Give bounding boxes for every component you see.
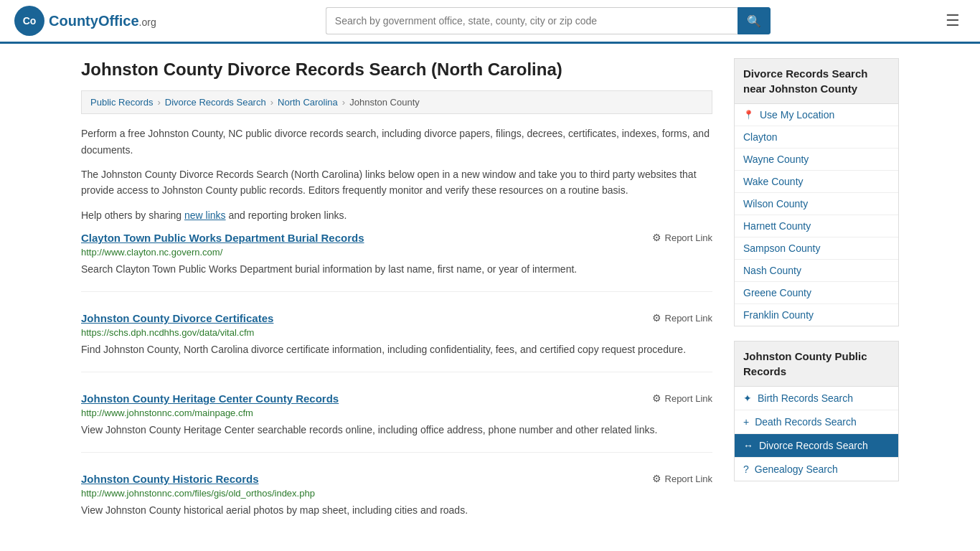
- description-2: The Johnston County Divorce Records Sear…: [81, 166, 712, 199]
- search-input[interactable]: [326, 7, 738, 34]
- public-records-list: ✦ Birth Records Search + Death Records S…: [734, 387, 899, 481]
- nearby-header: Divorce Records Search near Johnston Cou…: [734, 58, 899, 104]
- breadcrumb-sep-3: ›: [342, 97, 345, 108]
- nearby-link-9[interactable]: Franklin County: [743, 309, 814, 321]
- public-records-header: Johnston County Public Records: [734, 341, 899, 387]
- result-desc-3: View Johnston County historical aerial p…: [81, 503, 712, 518]
- report-icon: ⚙: [652, 392, 661, 404]
- result-item: Johnston County Divorce Certificates ⚙ R…: [81, 312, 712, 372]
- breadcrumb-sep-1: ›: [157, 97, 160, 108]
- nearby-link-1[interactable]: Clayton: [743, 131, 777, 143]
- nearby-link-4[interactable]: Wilson County: [743, 198, 808, 209]
- nearby-link-3[interactable]: Wake County: [743, 176, 804, 187]
- result-url-2[interactable]: http://www.johnstonnc.com/mainpage.cfm: [81, 408, 712, 418]
- report-icon: ⚙: [652, 473, 661, 484]
- results-list: Clayton Town Public Works Department Bur…: [81, 232, 712, 532]
- nearby-link-8[interactable]: Greene County: [743, 287, 811, 298]
- report-label: Report Link: [665, 232, 712, 243]
- nearby-link-5[interactable]: Harnett County: [743, 220, 811, 232]
- public-records-item-2[interactable]: ↔ Divorce Records Search: [735, 434, 898, 458]
- nearby-item-1[interactable]: Clayton: [735, 126, 898, 149]
- nearby-item-2[interactable]: Wayne County: [735, 149, 898, 171]
- search-area: 🔍: [326, 7, 771, 34]
- public-records-item-1[interactable]: + Death Records Search: [735, 410, 898, 434]
- description-1: Perform a free Johnston County, NC publi…: [81, 126, 712, 158]
- new-links-link[interactable]: new links: [184, 209, 226, 221]
- header: Co CountyOffice.org 🔍 ☰: [0, 0, 980, 44]
- breadcrumb-sep-2: ›: [270, 97, 273, 108]
- logo-text: CountyOffice.org: [49, 13, 156, 29]
- breadcrumb-public-records[interactable]: Public Records: [90, 97, 153, 108]
- breadcrumb-current: Johnston County: [349, 97, 420, 108]
- public-records-icon-3: ?: [743, 463, 749, 475]
- report-label: Report Link: [665, 474, 712, 484]
- report-link-2[interactable]: ⚙ Report Link: [652, 392, 712, 404]
- nearby-item-7[interactable]: Nash County: [735, 260, 898, 282]
- report-link-1[interactable]: ⚙ Report Link: [652, 312, 712, 324]
- nearby-link-0[interactable]: Use My Location: [760, 109, 834, 121]
- nearby-item-5[interactable]: Harnett County: [735, 215, 898, 237]
- nearby-item-4[interactable]: Wilson County: [735, 193, 898, 215]
- result-url-1[interactable]: https://schs.dph.ncdhhs.gov/data/vital.c…: [81, 327, 712, 338]
- nearby-item-0[interactable]: 📍Use My Location: [735, 104, 898, 126]
- nearby-item-3[interactable]: Wake County: [735, 171, 898, 193]
- result-title-1[interactable]: Johnston County Divorce Certificates: [81, 312, 273, 324]
- nearby-item-8[interactable]: Greene County: [735, 282, 898, 304]
- result-header: Clayton Town Public Works Department Bur…: [81, 232, 712, 244]
- logo-area: Co CountyOffice.org: [14, 6, 156, 36]
- svg-text:Co: Co: [23, 15, 37, 27]
- public-records-label-0: Birth Records Search: [758, 392, 853, 404]
- breadcrumb: Public Records › Divorce Records Search …: [81, 90, 712, 114]
- report-icon: ⚙: [652, 312, 661, 324]
- report-link-3[interactable]: ⚙ Report Link: [652, 473, 712, 484]
- public-records-icon-2: ↔: [743, 440, 753, 451]
- result-header: Johnston County Historic Records ⚙ Repor…: [81, 473, 712, 485]
- nearby-section: Divorce Records Search near Johnston Cou…: [734, 58, 899, 326]
- result-desc-1: Find Johnston County, North Carolina div…: [81, 342, 712, 357]
- public-records-label-2: Divorce Records Search: [759, 440, 868, 451]
- logo-icon: Co: [14, 6, 44, 36]
- nearby-item-9[interactable]: Franklin County: [735, 304, 898, 326]
- result-title-3[interactable]: Johnston County Historic Records: [81, 473, 259, 485]
- nearby-list: 📍Use My LocationClaytonWayne CountyWake …: [734, 104, 899, 326]
- page-title: Johnston County Divorce Records Search (…: [81, 58, 712, 80]
- result-header: Johnston County Divorce Certificates ⚙ R…: [81, 312, 712, 324]
- nearby-link-2[interactable]: Wayne County: [743, 154, 809, 165]
- result-item: Clayton Town Public Works Department Bur…: [81, 232, 712, 292]
- report-link-0[interactable]: ⚙ Report Link: [652, 232, 712, 243]
- result-title-2[interactable]: Johnston County Heritage Center County R…: [81, 392, 339, 405]
- report-label: Report Link: [665, 393, 712, 404]
- result-desc-2: View Johnston County Heritage Center sea…: [81, 423, 712, 438]
- nearby-item-6[interactable]: Sampson County: [735, 237, 898, 260]
- nearby-link-6[interactable]: Sampson County: [743, 242, 820, 254]
- main-container: Johnston County Divorce Records Search (…: [67, 44, 913, 551]
- nearby-link-7[interactable]: Nash County: [743, 265, 801, 276]
- result-url-3[interactable]: http://www.johnstonnc.com/files/gis/old_…: [81, 488, 712, 499]
- menu-button[interactable]: ☰: [940, 9, 966, 33]
- report-label: Report Link: [665, 313, 712, 324]
- breadcrumb-north-carolina[interactable]: North Carolina: [278, 97, 338, 108]
- public-records-icon-1: +: [743, 416, 749, 428]
- location-icon: 📍: [743, 110, 754, 120]
- public-records-label-1: Death Records Search: [755, 416, 857, 428]
- public-records-icon-0: ✦: [743, 392, 752, 404]
- sidebar: Divorce Records Search near Johnston Cou…: [734, 58, 899, 551]
- public-records-item-3[interactable]: ? Genealogy Search: [735, 458, 898, 481]
- description-3: Help others by sharing new links and rep…: [81, 207, 712, 223]
- result-desc-0: Search Clayton Town Public Works Departm…: [81, 262, 712, 277]
- content-area: Johnston County Divorce Records Search (…: [81, 58, 712, 551]
- breadcrumb-divorce-records[interactable]: Divorce Records Search: [165, 97, 266, 108]
- report-icon: ⚙: [652, 232, 661, 243]
- result-header: Johnston County Heritage Center County R…: [81, 392, 712, 405]
- result-url-0[interactable]: http://www.clayton.nc.govern.com/: [81, 247, 712, 258]
- public-records-label-3: Genealogy Search: [755, 463, 838, 475]
- public-records-item-0[interactable]: ✦ Birth Records Search: [735, 387, 898, 410]
- result-item: Johnston County Heritage Center County R…: [81, 392, 712, 453]
- public-records-section: Johnston County Public Records ✦ Birth R…: [734, 341, 899, 481]
- result-title-0[interactable]: Clayton Town Public Works Department Bur…: [81, 232, 364, 244]
- result-item: Johnston County Historic Records ⚙ Repor…: [81, 473, 712, 532]
- search-button[interactable]: 🔍: [738, 7, 771, 34]
